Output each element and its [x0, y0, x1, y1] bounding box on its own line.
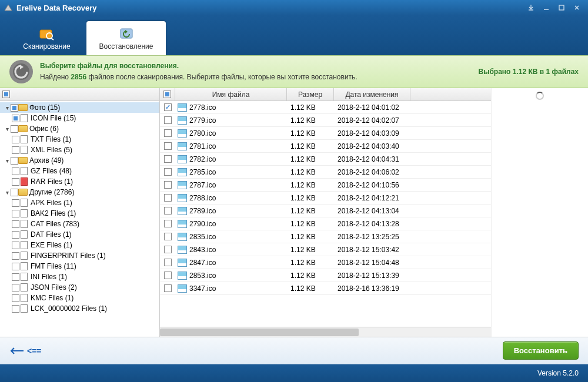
file-checkbox[interactable] — [164, 155, 172, 163]
file-list[interactable]: ✓2778.ico1.12 KB2018-2-12 04:01:022779.i… — [160, 101, 491, 327]
file-checkbox[interactable] — [164, 168, 172, 176]
tree-checkbox[interactable] — [11, 104, 18, 112]
close-button[interactable] — [569, 2, 584, 14]
tree-xml[interactable]: XML Files (5) — [0, 145, 159, 155]
tree-checkbox[interactable] — [12, 231, 19, 239]
tree-checkbox[interactable] — [12, 146, 19, 154]
file-row[interactable]: 2785.ico1.12 KB2018-2-12 04:06:02 — [160, 166, 491, 179]
file-row[interactable]: 2788.ico1.12 KB2018-2-12 04:12:21 — [160, 192, 491, 205]
tree-checkbox[interactable] — [11, 157, 18, 165]
file-row[interactable]: ✓2778.ico1.12 KB2018-2-12 04:01:02 — [160, 101, 491, 114]
tree-lck[interactable]: LCK_00000002 Files (1) — [0, 303, 159, 314]
file-size: 1.12 KB — [287, 142, 334, 150]
tree-photo[interactable]: ▾Фото (15) — [0, 102, 159, 113]
file-row[interactable]: 2781.ico1.12 KB2018-2-12 04:03:40 — [160, 140, 491, 153]
tab-bar: Сканирование Восстановление — [0, 15, 588, 55]
tree-bak2[interactable]: BAK2 Files (1) — [0, 208, 159, 219]
download-button[interactable] — [523, 2, 539, 14]
tree-fingerprint[interactable]: FINGERPRINT Files (1) — [0, 250, 159, 261]
tree-checkbox[interactable] — [12, 305, 19, 313]
col-date[interactable]: Дата изменения — [334, 88, 410, 100]
info-subtitle: Найдено 2856 файлов после сканирования. … — [40, 72, 479, 83]
file-checkbox[interactable] — [164, 284, 172, 292]
tree-checkbox[interactable] — [12, 284, 19, 291]
tree-checkbox[interactable] — [12, 210, 19, 217]
tree-ini[interactable]: INI Files (1) — [0, 272, 159, 282]
tree-checkbox[interactable] — [12, 252, 19, 260]
tree-checkbox[interactable] — [12, 178, 19, 186]
file-checkbox[interactable] — [164, 207, 172, 215]
tree-apk[interactable]: APK Files (1) — [0, 197, 159, 208]
tree-fmt[interactable]: FMT Files (11) — [0, 261, 159, 272]
tree-rar[interactable]: RAR Files (1) — [0, 176, 159, 187]
file-row[interactable]: 2779.ico1.12 KB2018-2-12 04:02:07 — [160, 114, 491, 127]
file-checkbox[interactable]: ✓ — [164, 103, 172, 111]
tree-checkbox[interactable] — [12, 263, 19, 270]
tree-checkbox[interactable] — [12, 167, 19, 175]
tree-checkbox[interactable] — [12, 115, 19, 122]
file-checkbox[interactable] — [164, 246, 172, 253]
tree-checkbox[interactable] — [12, 220, 19, 228]
file-checkbox[interactable] — [164, 220, 172, 227]
file-row[interactable]: 3347.ico1.12 KB2018-2-16 13:36:19 — [160, 282, 491, 295]
collapse-icon[interactable]: ▾ — [4, 157, 11, 164]
svg-line-5 — [51, 38, 54, 40]
file-name: 2781.ico — [189, 142, 216, 150]
file-row[interactable]: 2853.ico1.12 KB2018-2-12 15:13:39 — [160, 269, 491, 282]
tree-checkbox[interactable] — [12, 273, 19, 281]
tree-dat[interactable]: DAT Files (1) — [0, 229, 159, 240]
tree-gz[interactable]: GZ Files (48) — [0, 166, 159, 176]
file-checkbox[interactable] — [164, 142, 172, 150]
tree-checkbox[interactable] — [12, 136, 19, 143]
tree-checkbox[interactable] — [12, 199, 19, 207]
restore-button[interactable]: Восстановить — [503, 341, 579, 360]
tree-other[interactable]: ▾Другие (2786) — [0, 187, 159, 197]
file-row[interactable]: 2843.ico1.12 KB2018-2-12 15:03:42 — [160, 243, 491, 256]
tree-exe[interactable]: EXE Files (1) — [0, 240, 159, 250]
tab-recover[interactable]: Восстановление — [86, 21, 166, 55]
folder-icon — [18, 187, 28, 197]
tree-root-checkbox[interactable] — [2, 91, 10, 98]
file-checkbox[interactable] — [164, 129, 172, 137]
file-checkbox[interactable] — [164, 259, 172, 266]
file-row[interactable]: 2847.ico1.12 KB2018-2-12 15:04:48 — [160, 256, 491, 269]
collapse-icon[interactable]: ▾ — [4, 104, 11, 111]
tab-scan[interactable]: Сканирование — [7, 21, 86, 55]
tree-cat[interactable]: CAT Files (783) — [0, 219, 159, 229]
tree-icon-file[interactable]: ICON File (15) — [0, 113, 159, 123]
tree-checkbox[interactable] — [11, 189, 18, 196]
col-size[interactable]: Размер — [287, 88, 334, 100]
tree-office[interactable]: ▾Офис (6) — [0, 123, 159, 134]
horizontal-scrollbar[interactable] — [160, 327, 491, 337]
file-row[interactable]: 2780.ico1.12 KB2018-2-12 04:03:09 — [160, 127, 491, 140]
preview-pane — [491, 88, 588, 337]
file-checkbox[interactable] — [164, 116, 172, 124]
file-date: 2018-2-12 04:04:31 — [334, 155, 410, 163]
tree-kmc[interactable]: KMC Files (1) — [0, 293, 159, 303]
maximize-button[interactable] — [554, 2, 569, 14]
file-row[interactable]: 2790.ico1.12 KB2018-2-12 04:13:28 — [160, 217, 491, 230]
minimize-button[interactable] — [539, 2, 554, 14]
file-checkbox[interactable] — [164, 272, 172, 279]
tree-txt[interactable]: TXT Files (1) — [0, 134, 159, 145]
file-checkbox[interactable] — [164, 233, 172, 240]
col-name[interactable]: Имя файла — [175, 88, 287, 100]
category-sidebar[interactable]: ▾Фото (15) ICON File (15) ▾Офис (6) TXT … — [0, 88, 160, 337]
select-all-checkbox[interactable] — [163, 91, 171, 98]
file-row[interactable]: 2787.ico1.12 KB2018-2-12 04:10:56 — [160, 179, 491, 192]
tree-archive[interactable]: ▾Архив (49) — [0, 155, 159, 166]
tree-checkbox[interactable] — [12, 242, 19, 249]
collapse-icon[interactable]: ▾ — [4, 189, 11, 196]
app-icon — [4, 3, 13, 12]
file-row[interactable]: 2835.ico1.12 KB2018-2-12 13:25:25 — [160, 230, 491, 243]
tree-checkbox[interactable] — [12, 294, 19, 302]
file-size: 1.12 KB — [287, 272, 334, 280]
file-row[interactable]: 2789.ico1.12 KB2018-2-12 04:13:04 — [160, 205, 491, 217]
tree-json[interactable]: JSON Files (2) — [0, 282, 159, 293]
file-checkbox[interactable] — [164, 194, 172, 202]
back-button[interactable]: <== — [9, 346, 42, 356]
collapse-icon[interactable]: ▾ — [4, 125, 11, 132]
file-checkbox[interactable] — [164, 181, 172, 189]
tree-checkbox[interactable] — [11, 125, 18, 133]
file-row[interactable]: 2782.ico1.12 KB2018-2-12 04:04:31 — [160, 153, 491, 166]
